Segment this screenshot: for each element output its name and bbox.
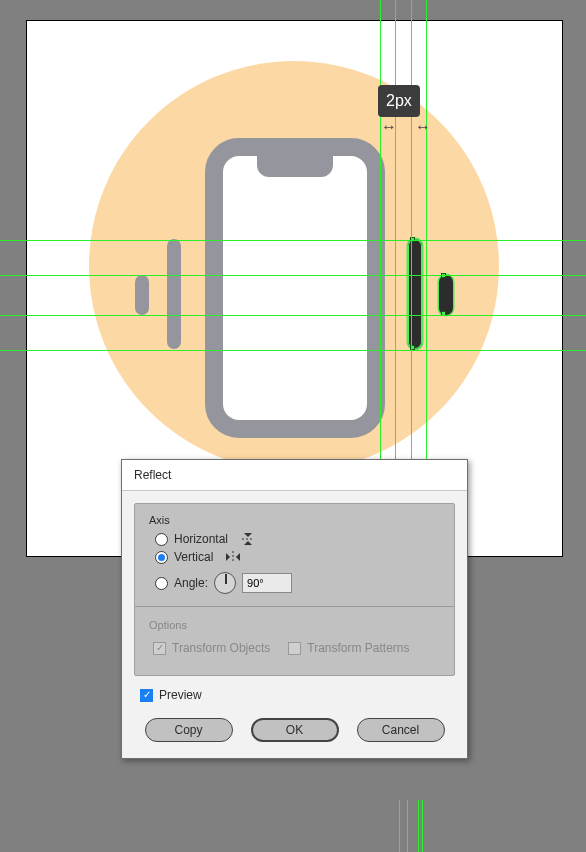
ok-button[interactable]: OK	[251, 718, 339, 742]
smart-guide-vertical	[407, 800, 408, 852]
checkbox-label: Preview	[159, 688, 202, 702]
phone-body	[205, 138, 385, 438]
smart-guide-horizontal	[0, 350, 586, 351]
radio-angle[interactable]: Angle:	[155, 572, 440, 594]
smart-guide-horizontal	[0, 240, 586, 241]
smart-guide-vertical	[399, 800, 400, 852]
radio-horizontal[interactable]: Horizontal	[155, 532, 440, 546]
checkbox-transform-patterns: Transform Patterns	[288, 641, 409, 655]
left-pill-small	[135, 275, 149, 315]
divider	[135, 606, 454, 607]
cancel-button[interactable]: Cancel	[357, 718, 445, 742]
smart-guide-horizontal	[0, 275, 586, 276]
angle-knob-icon[interactable]	[214, 572, 236, 594]
smart-guide-vertical	[418, 800, 419, 852]
reflect-dialog: Reflect Axis Horizontal Vertical Angle: …	[121, 459, 468, 759]
copy-button[interactable]: Copy	[145, 718, 233, 742]
smart-guide-horizontal	[0, 315, 586, 316]
dimension-arrow-icon: ↔	[381, 118, 397, 136]
angle-label: Angle:	[174, 576, 208, 590]
radio-icon	[155, 577, 168, 590]
horizontal-axis-icon	[240, 532, 256, 546]
left-pill-big	[167, 239, 181, 349]
distance-tooltip: 2px	[378, 85, 420, 117]
dimension-arrow-icon: ↔	[415, 118, 431, 136]
right-pill-small-selected[interactable]	[439, 275, 453, 315]
checkbox-transform-objects: Transform Objects	[153, 641, 270, 655]
checkbox-icon	[288, 642, 301, 655]
radio-icon	[155, 551, 168, 564]
checkbox-icon	[153, 642, 166, 655]
smart-guide-vertical	[422, 800, 423, 852]
radio-label: Vertical	[174, 550, 213, 564]
options-label: Options	[149, 619, 440, 631]
axis-section: Axis Horizontal Vertical Angle: Options	[134, 503, 455, 676]
radio-label: Horizontal	[174, 532, 228, 546]
checkbox-icon	[140, 689, 153, 702]
checkbox-label: Transform Objects	[172, 641, 270, 655]
radio-icon	[155, 533, 168, 546]
radio-vertical[interactable]: Vertical	[155, 550, 440, 564]
checkbox-label: Transform Patterns	[307, 641, 409, 655]
dialog-title: Reflect	[122, 460, 467, 491]
dialog-buttons: Copy OK Cancel	[122, 712, 467, 758]
axis-label: Axis	[149, 514, 440, 526]
angle-input[interactable]	[242, 573, 292, 593]
vertical-axis-icon	[225, 550, 241, 564]
phone-notch	[257, 155, 333, 177]
checkbox-preview[interactable]: Preview	[140, 688, 449, 702]
